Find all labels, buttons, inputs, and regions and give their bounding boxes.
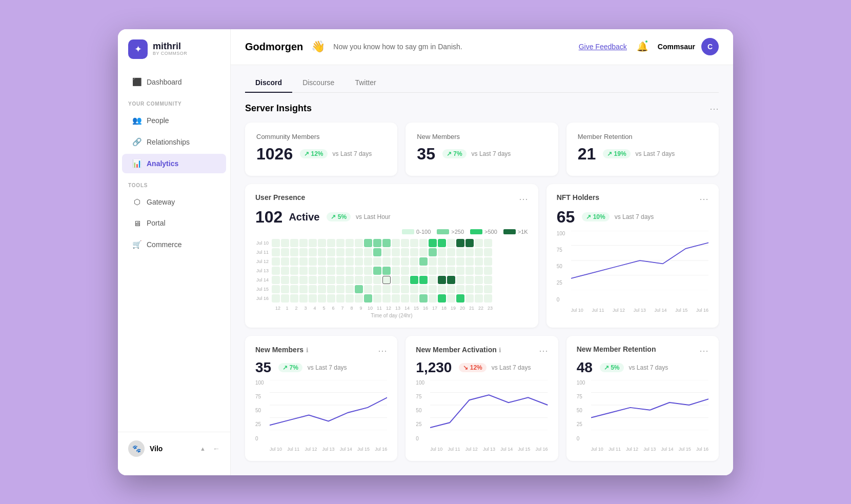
- logo-icon: ✦: [128, 39, 148, 59]
- give-feedback-link[interactable]: Give Feedback: [579, 43, 627, 51]
- topbar-avatar[interactable]: C: [701, 38, 719, 55]
- heatmap-cell: [272, 276, 280, 284]
- heatmap-cell: [438, 257, 446, 266]
- heatmap-cell: [299, 285, 308, 293]
- sidebar-item-relationships[interactable]: 🔗 Relationships: [122, 132, 226, 152]
- active-compare: vs Last Hour: [356, 213, 390, 220]
- legend-swatch-250: [437, 229, 449, 234]
- nft-stat-row: 65 ↗ 10% vs Last 7 days: [557, 208, 708, 227]
- heatmap-cell: [475, 276, 483, 284]
- sidebar-item-commerce[interactable]: 🛒 Commerce: [122, 235, 226, 254]
- heatmap-cell: [336, 276, 345, 284]
- heatmap-row: Jul 11: [255, 248, 528, 256]
- activation-menu[interactable]: ⋯: [539, 345, 548, 356]
- new-members-bottom-title: New Members: [255, 346, 303, 354]
- new-members-menu[interactable]: ⋯: [378, 345, 387, 356]
- active-badge: ↗ 5%: [327, 212, 351, 221]
- heatmap-cell: [382, 276, 391, 284]
- nft-holders-menu[interactable]: ⋯: [699, 193, 708, 205]
- new-members-bottom-badge: ↗ 7%: [278, 363, 302, 372]
- heatmap-cell: [429, 248, 437, 256]
- sidebar-item-label: Dashboard: [147, 78, 182, 86]
- sidebar-item-label: Gateway: [147, 198, 175, 206]
- heatmap-cell: [309, 294, 317, 303]
- heatmap-cell: [456, 285, 464, 293]
- heatmap-cell: [290, 276, 298, 284]
- sidebar-item-dashboard[interactable]: ⬛ Dashboard: [122, 72, 226, 92]
- nft-compare: vs Last 7 days: [615, 213, 654, 220]
- sidebar-item-label: Commerce: [147, 240, 181, 249]
- heatmap-row: Jul 13: [255, 267, 528, 275]
- sidebar-item-label: People: [147, 116, 169, 125]
- heatmap-cell: [475, 285, 483, 293]
- heatmap-cell: [475, 267, 483, 275]
- new-members-bottom-header: New Members ℹ ⋯: [255, 345, 387, 356]
- heatmap-cell: [364, 248, 372, 256]
- tab-discourse[interactable]: Discourse: [292, 73, 345, 93]
- heatmap-cell: [309, 257, 317, 266]
- heatmap-cell: [373, 248, 381, 256]
- activation-compare: vs Last 7 days: [492, 364, 531, 371]
- heatmap-cell: [484, 257, 492, 266]
- sidebar-item-portal[interactable]: 🖥 Portal: [122, 214, 226, 233]
- heatmap-row: Jul 10: [255, 239, 528, 247]
- retention-value: 48: [577, 359, 593, 376]
- heatmap-cell: [355, 248, 363, 256]
- tab-twitter[interactable]: Twitter: [345, 73, 386, 93]
- heatmap-cell: [373, 294, 381, 303]
- retention-card: New Member Retention ⋯ 48 ↗ 5% vs Last 7…: [566, 336, 719, 461]
- heatmap-cell: [429, 239, 437, 247]
- heatmap-cell: [373, 239, 381, 247]
- heatmap-cell: [401, 276, 409, 284]
- nft-holders-card: NFT Holders ⋯ 65 ↗ 10% vs Last 7 days 10…: [546, 184, 719, 328]
- new-members-bottom-chart: 100 75 50 25 0: [255, 380, 387, 452]
- nft-y-labels: 100 75 50 25 0: [557, 231, 565, 303]
- sidebar-item-analytics[interactable]: 📊 Analytics: [122, 154, 226, 173]
- heatmap-cell: [456, 294, 464, 303]
- sidebar-item-gateway[interactable]: ⬡ Gateway: [122, 192, 226, 212]
- heatmap-cell: [299, 294, 308, 303]
- chevron-up-icon[interactable]: ▲: [200, 446, 206, 452]
- heatmap-cell: [309, 276, 317, 284]
- heatmap-cell: [346, 294, 354, 303]
- heatmap-cell: [429, 276, 437, 284]
- user-avatar: 🐾: [128, 440, 145, 457]
- heatmap-cell: [373, 285, 381, 293]
- heatmap-cell: [355, 267, 363, 275]
- heatmap-cell: [318, 257, 326, 266]
- notification-bell[interactable]: 🔔: [633, 37, 652, 56]
- heatmap-cell: [309, 248, 317, 256]
- activation-info-icon: ℹ: [499, 347, 501, 354]
- heatmap-cell: [419, 285, 428, 293]
- new-members-info-icon: ℹ: [306, 347, 309, 354]
- user-presence-menu[interactable]: ⋯: [519, 193, 528, 205]
- heatmap-x-axis-label: Time of day (24hr): [255, 313, 528, 318]
- legend-0-100: 0-100: [402, 229, 431, 235]
- heatmap-cell: [438, 248, 446, 256]
- retention-menu[interactable]: ⋯: [699, 345, 708, 356]
- heatmap-cell: [327, 294, 335, 303]
- heatmap-cell: [299, 248, 308, 256]
- heatmap-cell: [272, 248, 280, 256]
- heatmap-cell: [410, 267, 418, 275]
- retention-title: New Member Retention: [577, 345, 656, 353]
- new-members-value: 35: [417, 145, 435, 164]
- heatmap-cell: [392, 248, 400, 256]
- heatmap-cell: [465, 248, 474, 256]
- heatmap-cell: [401, 285, 409, 293]
- new-members-label: New Members: [417, 133, 546, 140]
- server-insights-menu[interactable]: ⋯: [710, 103, 719, 114]
- analytics-icon: 📊: [132, 159, 141, 168]
- people-icon: 👥: [132, 116, 141, 125]
- heatmap-cell: [355, 239, 363, 247]
- retention-compare: vs Last 7 days: [629, 364, 668, 371]
- heatmap-cell: [336, 267, 345, 275]
- heatmap-cell: [318, 239, 326, 247]
- tab-discord[interactable]: Discord: [245, 73, 292, 93]
- community-members-stat-row: 1026 ↗ 12% vs Last 7 days: [256, 145, 386, 164]
- sidebar-item-people[interactable]: 👥 People: [122, 111, 226, 130]
- back-arrow-icon[interactable]: ←: [213, 445, 220, 453]
- server-insights-title: Server Insights: [245, 103, 312, 114]
- retention-chart-area: 100 75 50 25 0: [577, 380, 708, 452]
- retention-badge: ↗ 5%: [600, 363, 624, 372]
